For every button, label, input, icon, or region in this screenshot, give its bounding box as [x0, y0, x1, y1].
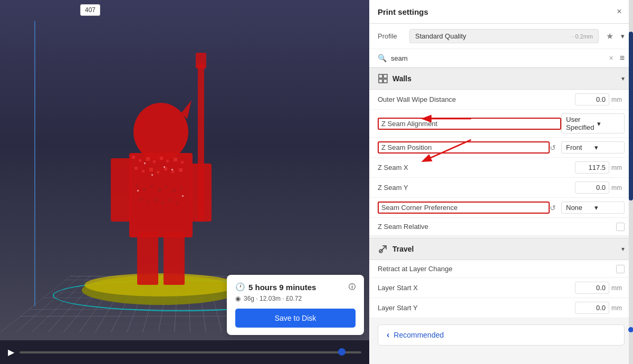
- outer-wall-wipe-unit: mm: [611, 96, 625, 103]
- outer-wall-wipe-value: mm: [575, 93, 625, 106]
- settings-content[interactable]: Walls ▾ Outer Wall Wipe Distance mm Z Se…: [369, 68, 633, 364]
- save-to-disk-button[interactable]: Save to Disk: [235, 309, 356, 328]
- bottom-toolbar: ▶: [0, 340, 369, 364]
- svg-rect-8: [196, 53, 206, 69]
- z-seam-position-dropdown[interactable]: Front ▾: [561, 141, 625, 154]
- z-seam-relative-value: [616, 223, 625, 231]
- z-seam-relative-checkbox[interactable]: [616, 223, 625, 231]
- svg-rect-5: [111, 158, 131, 222]
- svg-point-1: [84, 273, 237, 296]
- z-seam-relative-label: Z Seam Relative: [378, 223, 616, 231]
- timeline-handle[interactable]: [338, 348, 346, 356]
- close-button[interactable]: ×: [614, 6, 625, 17]
- svg-rect-42: [171, 169, 173, 170]
- z-seam-x-row: Z Seam X mm: [369, 158, 633, 178]
- layer-start-x-label: Layer Start X: [378, 284, 575, 292]
- svg-rect-14: [153, 160, 156, 163]
- travel-icon: [378, 244, 388, 254]
- svg-rect-35: [154, 198, 158, 202]
- favorite-button[interactable]: ★: [604, 29, 616, 43]
- svg-rect-20: [142, 170, 145, 173]
- filament-icon: ◉: [235, 295, 241, 302]
- layer-start-x-value: mm: [575, 282, 625, 294]
- info-icon[interactable]: ⓘ: [349, 282, 356, 292]
- svg-rect-44: [182, 195, 184, 197]
- walls-section-header[interactable]: Walls ▾: [369, 68, 633, 90]
- layer-start-y-unit: mm: [611, 304, 625, 312]
- menu-icon[interactable]: ≡: [620, 53, 625, 63]
- profile-name: Standard Quality: [415, 32, 466, 40]
- clock-icon: 🕐: [235, 282, 245, 292]
- timeline-slider[interactable]: [20, 351, 361, 353]
- search-row: 🔍 × ≡: [369, 49, 633, 68]
- svg-rect-19: [135, 167, 138, 170]
- retract-layer-change-value: [616, 265, 625, 273]
- z-seam-y-unit: mm: [611, 184, 625, 191]
- svg-rect-7: [198, 63, 204, 222]
- layer-start-y-input[interactable]: [575, 302, 609, 314]
- z-seam-position-row: Z Seam Position ↺ Front ▾: [369, 138, 633, 158]
- walls-section-chevron: ▾: [621, 75, 625, 82]
- svg-rect-28: [150, 185, 153, 188]
- profile-select[interactable]: Standard Quality · 0.2mm: [409, 29, 599, 43]
- svg-rect-32: [180, 186, 183, 189]
- seam-corner-preference-dropdown[interactable]: None ▾: [561, 202, 625, 214]
- outer-wall-wipe-input[interactable]: [575, 93, 609, 106]
- svg-rect-48: [383, 79, 387, 83]
- svg-rect-31: [172, 189, 176, 192]
- info-time: 🕐 5 hours 9 minutes: [235, 282, 316, 292]
- z-seam-x-unit: mm: [611, 164, 625, 171]
- outer-wall-wipe-row: Outer Wall Wipe Distance mm: [369, 90, 633, 110]
- z-seam-alignment-chevron: ▾: [597, 120, 620, 128]
- z-seam-y-input[interactable]: [575, 181, 609, 194]
- z-seam-alignment-row: Z Seam Alignment User Specified ▾: [369, 110, 633, 138]
- scrollbar-dot: [628, 327, 633, 332]
- svg-rect-40: [164, 166, 165, 168]
- seam-corner-preference-row: Seam Corner Preference ↺ None ▾: [369, 198, 633, 218]
- search-clear-button[interactable]: ×: [609, 54, 613, 62]
- info-details: ◉ 36g · 12.03m · £0.72: [235, 295, 356, 302]
- profile-chevron[interactable]: ▾: [621, 32, 625, 40]
- panel-title: Print settings: [378, 7, 428, 16]
- recommended-button[interactable]: ‹ Recommended: [378, 324, 625, 346]
- travel-section-header[interactable]: Travel ▾: [369, 238, 633, 260]
- z-seam-y-value: mm: [575, 181, 625, 194]
- search-input[interactable]: [391, 54, 605, 62]
- info-card: 🕐 5 hours 9 minutes ⓘ ◉ 36g · 12.03m · £…: [227, 275, 364, 335]
- search-icon: 🔍: [378, 54, 387, 62]
- z-seam-position-reset[interactable]: ↺: [550, 143, 556, 152]
- z-seam-alignment-selected: User Specified: [566, 116, 594, 131]
- z-seam-alignment-label: Z Seam Alignment: [378, 118, 561, 130]
- svg-rect-3: [164, 232, 185, 285]
- travel-section-title: Travel: [392, 245, 617, 253]
- layer-start-y-row: Layer Start Y mm: [369, 298, 633, 318]
- panel-scrollbar[interactable]: [629, 0, 633, 364]
- retract-layer-change-checkbox[interactable]: [616, 265, 625, 273]
- seam-corner-preference-label: Seam Corner Preference: [378, 202, 550, 214]
- svg-rect-43: [137, 190, 139, 191]
- z-seam-position-label: Z Seam Position: [378, 141, 550, 154]
- profile-row: Profile Standard Quality · 0.2mm ★ ▾: [369, 24, 633, 49]
- scrollbar-thumb[interactable]: [629, 32, 633, 200]
- profile-label: Profile: [378, 32, 404, 40]
- outer-wall-wipe-label: Outer Wall Wipe Distance: [378, 95, 575, 103]
- z-seam-alignment-dropdown[interactable]: User Specified ▾: [561, 113, 625, 133]
- layer-start-x-row: Layer Start X mm: [369, 278, 633, 298]
- seam-corner-preference-chevron: ▾: [594, 204, 620, 212]
- z-seam-relative-row: Z Seam Relative: [369, 218, 633, 236]
- seam-corner-preference-selected: None: [566, 204, 591, 212]
- svg-rect-36: [161, 202, 164, 204]
- z-seam-x-label: Z Seam X: [378, 164, 575, 171]
- svg-rect-27: [143, 188, 146, 191]
- details-text: 36g · 12.03m · £0.72: [244, 295, 302, 302]
- z-seam-x-input[interactable]: [575, 161, 609, 174]
- seam-corner-preference-reset[interactable]: ↺: [550, 204, 556, 212]
- svg-rect-26: [136, 185, 138, 187]
- seam-corner-preference-value: ↺ None ▾: [550, 202, 625, 214]
- svg-rect-45: [379, 74, 382, 78]
- svg-rect-30: [165, 186, 168, 188]
- layer-start-x-input[interactable]: [575, 282, 609, 294]
- play-button[interactable]: ▶: [8, 347, 14, 357]
- z-seam-position-chevron: ▾: [594, 143, 620, 151]
- layer-count-badge: 407: [80, 4, 100, 16]
